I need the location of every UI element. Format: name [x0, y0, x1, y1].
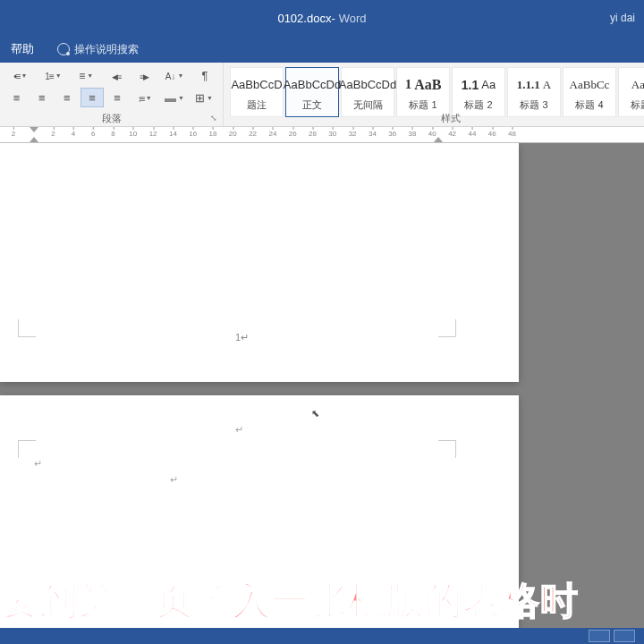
style-label: 无间隔 — [353, 98, 383, 112]
style-标题 3[interactable]: 1.1.1A标题 3 — [507, 67, 561, 117]
hanging-indent-marker[interactable] — [30, 137, 38, 142]
decrease-indent-button[interactable] — [104, 65, 129, 85]
align-center-icon — [38, 91, 46, 105]
document-area[interactable]: 1↵ ↵ ↵ ↵ ⬉ — [0, 143, 644, 628]
margin-corner — [438, 440, 456, 458]
style-preview: AaBbCcDd — [339, 73, 396, 97]
style-标题 4[interactable]: AaBbCc标题 4 — [563, 67, 616, 117]
outdent-icon — [112, 69, 121, 82]
style-preview: AaBbCcDd — [284, 73, 341, 97]
multilevel-list-button[interactable]: ▼ — [71, 65, 101, 85]
ruler-tick: 22 — [249, 130, 257, 138]
number-list-button[interactable]: ▼ — [38, 65, 69, 85]
style-label: 标题 3 — [520, 98, 547, 112]
ruler-tick: 18 — [209, 130, 217, 138]
bullet-list-button[interactable]: ▼ — [5, 65, 36, 85]
pilcrow-icon — [201, 69, 208, 82]
ruler-tick: 32 — [349, 130, 357, 138]
shading-button[interactable]: ▼ — [161, 88, 188, 107]
ruler-tick: 36 — [388, 130, 396, 138]
video-caption: 要到第二页插入一张横版的表格时 — [0, 576, 644, 626]
ruler-tick: 12 — [149, 130, 157, 138]
tell-me-search[interactable]: 操作说明搜索 — [57, 42, 139, 57]
style-label: 正文 — [302, 98, 322, 112]
horizontal-ruler[interactable]: 2246810121416182022242628303234363840424… — [0, 127, 644, 143]
paragraph-mark: ↵ — [34, 458, 42, 470]
linespace-icon — [138, 91, 144, 105]
page-number: 1↵ — [235, 332, 249, 343]
bullet-icon — [13, 69, 19, 82]
style-preview: 1.1Aa — [462, 73, 496, 97]
ruler-tick: 14 — [169, 130, 177, 138]
style-preview: AaBb — [631, 73, 644, 97]
status-bar — [0, 628, 644, 644]
paragraph-mark: ↵ — [170, 474, 178, 486]
ruler-tick: 8 — [111, 130, 114, 138]
read-mode-button[interactable] — [589, 630, 610, 642]
align-center-button[interactable] — [30, 88, 53, 107]
app-name: Word — [339, 12, 367, 25]
style-preview: AaBbCc — [570, 73, 610, 97]
style-preview: AaBbCcD — [231, 73, 282, 97]
right-indent-marker[interactable] — [434, 137, 443, 142]
paragraph-group: ▼ ▼ ▼ ▼ ▼ ▼ ▼ 段落 ⤡ — [0, 63, 224, 126]
margin-corner — [18, 319, 36, 337]
page-1[interactable]: 1↵ — [0, 143, 519, 382]
ribbon: ▼ ▼ ▼ ▼ ▼ ▼ ▼ 段落 ⤡ AaBbCcD题注AaBbCcDd正文Aa… — [0, 63, 644, 127]
paragraph-dialog-launcher[interactable]: ⤡ — [210, 114, 221, 124]
style-label: 标题 5 — [631, 98, 644, 112]
distribute-button[interactable] — [106, 88, 129, 107]
paragraph-mark: ↵ — [235, 424, 243, 436]
style-preview: 1AaB — [405, 73, 442, 97]
align-right-icon — [64, 91, 71, 105]
align-left-icon — [13, 91, 21, 105]
title-bar: 0102.docx - Word yi dai — [0, 0, 644, 36]
ruler-tick: 42 — [448, 130, 456, 138]
ruler-tick: 48 — [508, 130, 516, 138]
style-无间隔[interactable]: AaBbCcDd无间隔 — [341, 67, 394, 117]
style-标题 5[interactable]: AaBb标题 5 — [618, 67, 644, 117]
style-标题 2[interactable]: 1.1Aa标题 2 — [452, 67, 505, 117]
style-preview: 1.1.1A — [517, 73, 551, 97]
justify-icon — [89, 91, 96, 105]
justify-button[interactable] — [80, 88, 103, 107]
borders-button[interactable]: ▼ — [191, 88, 217, 107]
styles-group-label: 样式 — [224, 112, 644, 125]
ruler-tick: 26 — [289, 130, 297, 138]
print-layout-button[interactable] — [614, 630, 635, 642]
ruler-tick: 2 — [51, 130, 55, 138]
margin-corner — [438, 319, 456, 337]
styles-group: AaBbCcD题注AaBbCcDd正文AaBbCcDd无间隔1AaB标题 11.… — [224, 63, 644, 126]
sort-button[interactable]: ▼ — [159, 65, 190, 85]
multilist-icon — [79, 69, 85, 82]
mouse-cursor: ⬉ — [311, 408, 319, 419]
tab-help[interactable]: 帮助 — [2, 38, 43, 61]
paragraph-group-label: 段落 — [0, 112, 223, 125]
style-标题 1[interactable]: 1AaB标题 1 — [396, 67, 450, 117]
line-spacing-button[interactable]: ▼ — [131, 88, 158, 107]
sort-icon — [165, 69, 176, 82]
ruler-tick: 10 — [129, 130, 137, 138]
ruler-tick: 24 — [268, 130, 276, 138]
first-line-indent-marker[interactable] — [30, 127, 38, 132]
ruler-tick: 16 — [189, 130, 197, 138]
border-icon — [195, 91, 205, 105]
align-left-button[interactable] — [5, 88, 28, 107]
style-label: 标题 4 — [575, 98, 603, 112]
ruler-tick: 28 — [309, 130, 317, 138]
increase-indent-button[interactable] — [131, 65, 157, 85]
ribbon-tabs: 帮助 操作说明搜索 — [0, 36, 644, 63]
style-label: 标题 2 — [464, 98, 492, 112]
ruler-tick: 20 — [229, 130, 237, 138]
show-paragraph-button[interactable] — [192, 65, 217, 85]
ruler-tick: 4 — [72, 130, 75, 138]
style-正文[interactable]: AaBbCcDd正文 — [285, 67, 339, 117]
align-right-button[interactable] — [55, 88, 78, 107]
document-title: 0102.docx — [277, 12, 331, 25]
shading-icon — [165, 91, 176, 105]
ruler-tick: 30 — [328, 130, 336, 138]
ruler-tick: 46 — [488, 130, 496, 138]
indent-icon — [140, 69, 148, 82]
style-题注[interactable]: AaBbCcD题注 — [230, 67, 284, 117]
user-name[interactable]: yi dai — [610, 12, 635, 24]
